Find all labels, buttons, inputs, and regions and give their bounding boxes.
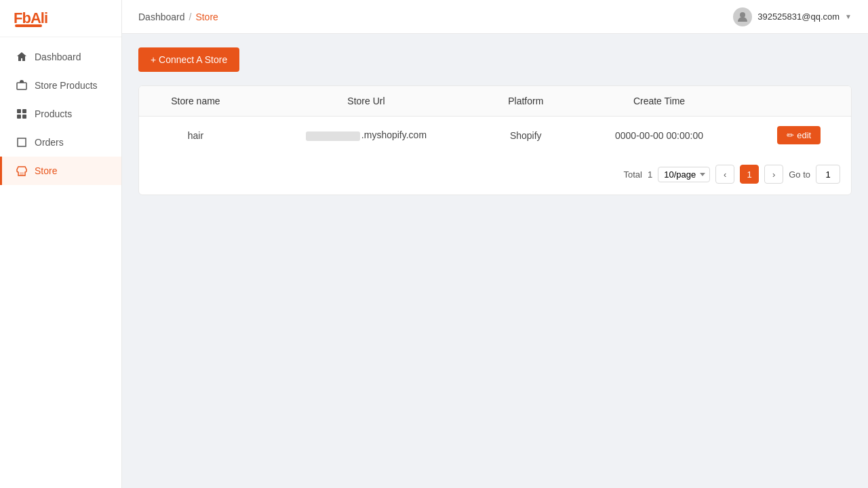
store-table-card: Store name Store Url Platform Create Tim… [138,85,852,195]
svg-rect-3 [17,115,21,119]
url-blur [306,131,360,141]
svg-point-6 [740,12,745,18]
store-icon [16,165,28,177]
sidebar-item-dashboard-label: Dashboard [35,52,81,62]
logo-text-end: Ali [31,9,47,26]
svg-rect-4 [22,115,26,119]
pagination: Total 1 10/page 20/page 50/page ‹ 1 › Go… [139,154,851,195]
edit-button[interactable]: ✏ edit [777,126,821,144]
sidebar: FbAli Dashboard Store Products Products [0,0,122,488]
sidebar-item-products[interactable]: Products [0,100,121,128]
user-avatar [733,7,752,26]
breadcrumb-separator: / [189,12,192,22]
col-store-name: Store name [139,86,252,117]
topbar: Dashboard / Store 392525831@qq.com ▼ [122,0,868,34]
edit-label: edit [797,130,811,140]
user-email: 392525831@qq.com [757,12,840,22]
goto-input[interactable] [816,165,840,184]
col-actions [747,86,851,117]
col-store-url: Store Url [252,86,480,117]
store-name-cell: hair [139,117,252,155]
page-1-button[interactable]: 1 [740,165,759,184]
col-platform: Platform [480,86,572,117]
breadcrumb-home: Dashboard [138,12,185,22]
store-table: Store name Store Url Platform Create Tim… [139,86,851,154]
sidebar-item-store-label: Store [35,165,57,176]
edit-icon: ✏ [787,130,794,140]
sidebar-item-store-products[interactable]: Store Products [0,71,121,100]
total-count: 1 [648,169,652,180]
url-suffix: .myshopify.com [361,129,427,140]
logo-text: FbAli [14,9,47,27]
chevron-down-icon: ▼ [845,13,852,20]
platform-cell: Shopify [480,117,572,155]
prev-page-button[interactable]: ‹ [715,165,734,184]
user-info[interactable]: 392525831@qq.com ▼ [733,7,852,26]
sidebar-item-store-products-label: Store Products [35,80,98,91]
actions-cell: ✏ edit [747,117,851,155]
orders-icon [16,136,28,148]
sidebar-item-products-label: Products [35,108,72,119]
total-label: Total [624,169,642,180]
store-url-cell: .myshopify.com [252,117,480,155]
svg-rect-2 [22,109,26,113]
page-size-select[interactable]: 10/page 20/page 50/page [658,167,710,182]
products-icon [16,108,28,120]
svg-rect-0 [17,83,26,89]
next-page-button[interactable]: › [764,165,783,184]
main-content: Dashboard / Store 392525831@qq.com ▼ + C… [122,0,868,488]
svg-rect-1 [17,109,21,113]
store-products-icon [16,79,28,92]
table-row: hair .myshopify.com Shopify 0000-00-00 0… [139,117,851,155]
sidebar-item-orders[interactable]: Orders [0,128,121,157]
breadcrumb-current: Store [195,12,218,22]
page-content: + Connect A Store Store name Store Url P… [122,34,868,488]
sidebar-item-dashboard[interactable]: Dashboard [0,43,121,71]
breadcrumb: Dashboard / Store [138,12,218,22]
sidebar-nav: Dashboard Store Products Products Orders [0,43,121,185]
create-time-cell: 0000-00-00 00:00:00 [572,117,747,155]
connect-store-button[interactable]: + Connect A Store [138,47,239,72]
logo: FbAli [0,0,121,37]
sidebar-item-orders-label: Orders [35,137,64,148]
logo-text-start: Fb [14,9,31,26]
table-header-row: Store name Store Url Platform Create Tim… [139,86,851,117]
sidebar-item-store[interactable]: Store [0,157,121,185]
svg-rect-5 [20,172,24,176]
goto-label: Go to [789,169,810,180]
col-create-time: Create Time [572,86,747,117]
home-icon [16,51,28,63]
